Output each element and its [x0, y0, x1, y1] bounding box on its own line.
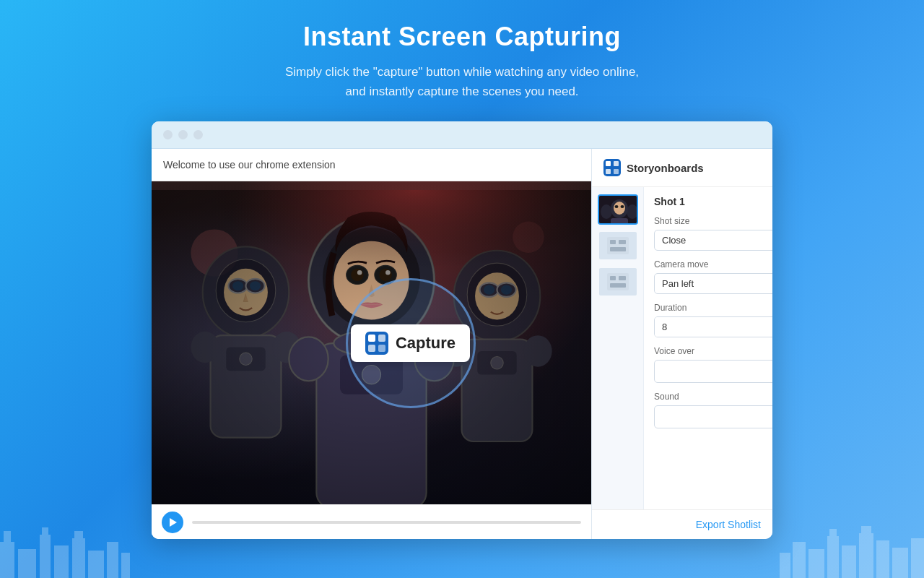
svg-rect-9	[107, 542, 118, 578]
svg-rect-88	[619, 240, 626, 244]
svg-rect-77	[614, 169, 619, 174]
svg-point-80	[614, 202, 625, 215]
svg-rect-5	[54, 545, 69, 578]
video-header: Welcome to use our chrome extension	[152, 149, 591, 181]
thumbnails-column	[592, 187, 644, 509]
capture-circle: Capture	[346, 278, 476, 408]
svg-rect-92	[619, 276, 626, 280]
voice-over-group: Voice over	[654, 346, 772, 383]
svg-rect-70	[378, 335, 385, 342]
video-panel: Welcome to use our chrome extension	[152, 149, 592, 539]
svg-rect-85	[611, 218, 628, 225]
svg-rect-12	[793, 542, 806, 578]
storyboard-panel: Storyonboards	[592, 149, 772, 539]
svg-point-81	[615, 205, 619, 208]
shot-size-group: Shot size Close	[654, 216, 772, 251]
svg-rect-10	[121, 553, 130, 578]
svg-point-83	[601, 204, 612, 219]
svg-rect-76	[606, 169, 611, 174]
svg-rect-14	[827, 536, 839, 578]
thumbnail-1-img	[599, 196, 637, 223]
svg-rect-3	[40, 535, 51, 578]
sound-group: Sound	[654, 392, 772, 428]
duration-group: Duration Seconds	[654, 303, 772, 337]
capture-label: Capture	[396, 334, 456, 353]
svg-rect-11	[780, 553, 790, 578]
svg-rect-74	[606, 161, 611, 166]
thumbnail-2-placeholder	[599, 232, 637, 259]
svg-rect-75	[614, 161, 619, 166]
svg-rect-8	[88, 551, 104, 578]
svg-rect-87	[610, 240, 616, 244]
svg-rect-71	[368, 345, 375, 352]
svg-point-82	[621, 205, 624, 208]
svg-rect-72	[378, 345, 385, 352]
shot-details: Shot 1 Shot size Close Camera move Pan l…	[644, 187, 772, 509]
subtitle-line1: Simply click the "capture" button while …	[285, 65, 639, 79]
export-shotlist-link[interactable]: Export Shotlist	[696, 519, 761, 530]
browser-body: Welcome to use our chrome extension	[152, 149, 772, 539]
svg-point-84	[627, 204, 638, 219]
storyboard-app-name: Storyonboards	[627, 162, 704, 174]
svg-rect-2	[18, 549, 36, 578]
storyboard-header: Storyonboards	[592, 149, 772, 187]
svg-rect-20	[892, 548, 908, 578]
traffic-dot-2	[178, 130, 188, 139]
duration-field: Seconds	[654, 316, 772, 337]
thumbnail-3[interactable]	[598, 267, 638, 297]
voice-over-label: Voice over	[654, 346, 772, 356]
storyonboards-logo	[603, 159, 621, 176]
play-button[interactable]	[162, 512, 183, 533]
capture-icon	[365, 332, 388, 355]
sound-label: Sound	[654, 392, 772, 402]
camera-move-select[interactable]: Pan left	[654, 273, 772, 294]
duration-input[interactable]	[655, 317, 772, 337]
traffic-dot-3	[193, 130, 203, 139]
svg-rect-17	[859, 533, 873, 578]
thumbnail-2-icon	[607, 237, 629, 254]
video-controls	[152, 504, 591, 539]
svg-rect-21	[911, 538, 924, 578]
browser-titlebar	[152, 121, 772, 149]
thumbnail-1-scene	[599, 196, 638, 225]
traffic-dot-1	[163, 130, 173, 139]
svg-rect-90	[607, 273, 629, 290]
svg-rect-0	[0, 542, 14, 578]
play-icon	[170, 518, 177, 527]
svg-rect-13	[808, 549, 824, 578]
page-content: Instant Screen Capturing Simply click th…	[0, 0, 924, 539]
svg-rect-93	[610, 283, 626, 288]
thumbnail-1[interactable]	[598, 194, 638, 225]
voice-over-input[interactable]	[654, 360, 772, 383]
storyboard-footer: Export Shotlist	[592, 509, 772, 539]
camera-move-label: Camera move	[654, 259, 772, 269]
shot-size-label: Shot size	[654, 216, 772, 226]
shot-title: Shot 1	[654, 196, 772, 207]
shot-size-select[interactable]: Close	[654, 230, 772, 251]
thumbnail-3-placeholder	[599, 268, 637, 296]
capture-button[interactable]: Capture	[351, 324, 470, 362]
video-container: Capture	[152, 181, 591, 504]
svg-rect-69	[368, 335, 375, 342]
svg-rect-89	[610, 247, 626, 251]
progress-bar[interactable]	[192, 521, 581, 524]
thumbnail-3-icon	[607, 273, 629, 290]
page-title: Instant Screen Capturing	[303, 22, 621, 52]
thumbnail-2[interactable]	[598, 230, 638, 261]
svg-rect-16	[842, 545, 856, 578]
svg-rect-91	[610, 276, 616, 280]
browser-window: Welcome to use our chrome extension	[152, 121, 772, 539]
page-subtitle: Simply click the "capture" button while …	[285, 62, 639, 101]
svg-rect-19	[876, 540, 889, 578]
svg-rect-86	[607, 237, 629, 254]
capture-overlay: Capture	[346, 278, 476, 408]
duration-label: Duration	[654, 303, 772, 313]
storyboard-content: Shot 1 Shot size Close Camera move Pan l…	[592, 187, 772, 509]
camera-move-group: Camera move Pan left	[654, 259, 772, 294]
sound-input[interactable]	[654, 405, 772, 428]
subtitle-line2: and instantly capture the scenes you nee…	[345, 85, 578, 98]
svg-rect-6	[72, 538, 85, 578]
